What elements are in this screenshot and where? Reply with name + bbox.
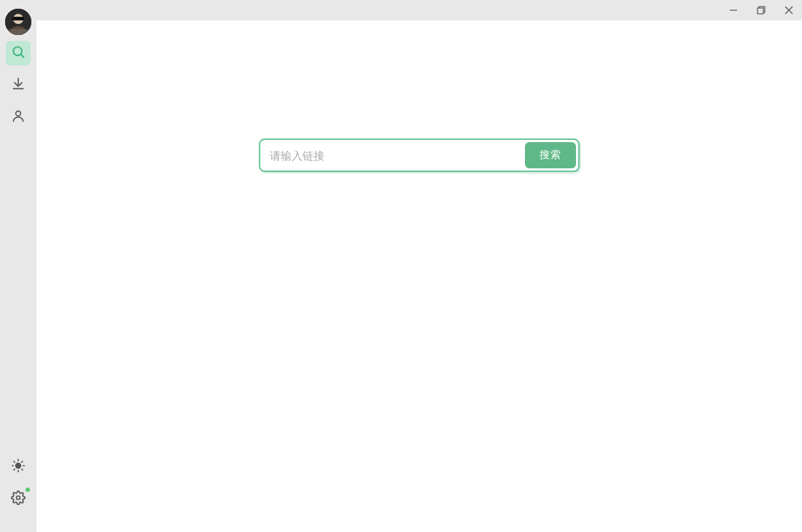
brightness-icon <box>11 458 26 476</box>
sidebar-bottom <box>6 455 31 519</box>
search-container: 搜索 <box>259 138 580 172</box>
notification-dot <box>26 488 30 492</box>
settings-icon <box>11 490 26 508</box>
close-button[interactable] <box>782 3 796 17</box>
svg-line-10 <box>21 55 24 58</box>
svg-line-19 <box>14 461 15 462</box>
download-icon <box>11 77 26 94</box>
search-icon <box>11 44 26 62</box>
svg-rect-2 <box>758 8 763 14</box>
search-input[interactable] <box>262 142 525 168</box>
titlebar <box>0 0 802 20</box>
user-icon <box>11 109 26 126</box>
sidebar-item-search[interactable] <box>6 41 31 66</box>
svg-point-13 <box>16 111 21 116</box>
avatar[interactable] <box>5 9 31 35</box>
svg-point-23 <box>17 496 20 500</box>
svg-point-14 <box>16 463 21 469</box>
svg-rect-8 <box>5 29 31 35</box>
svg-rect-7 <box>12 17 24 20</box>
sidebar-item-settings[interactable] <box>6 487 31 512</box>
search-button[interactable]: 搜索 <box>525 142 576 168</box>
sidebar <box>0 0 36 532</box>
svg-line-21 <box>14 469 15 470</box>
maximize-button[interactable] <box>754 3 768 17</box>
main-area: 搜索 <box>36 20 802 532</box>
svg-line-22 <box>22 461 23 462</box>
minimize-button[interactable] <box>726 3 741 17</box>
svg-line-20 <box>22 469 23 470</box>
sidebar-item-user[interactable] <box>6 105 31 130</box>
sidebar-item-brightness[interactable] <box>6 455 31 480</box>
sidebar-item-download[interactable] <box>6 73 31 98</box>
